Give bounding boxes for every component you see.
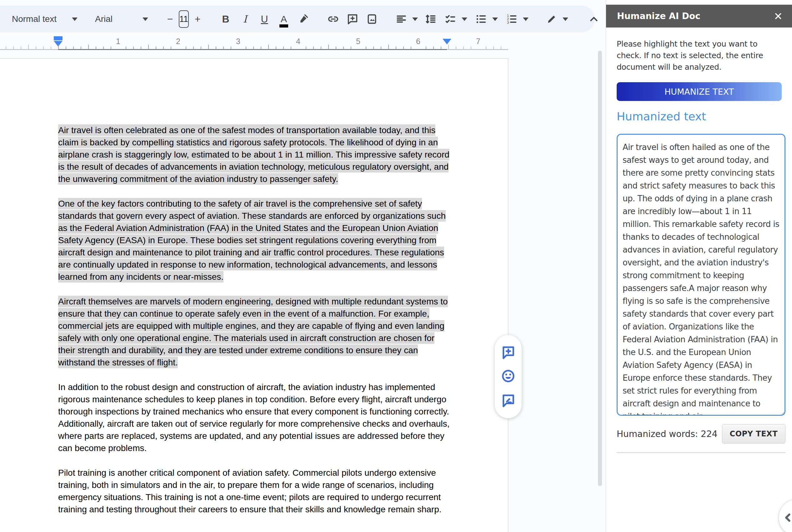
ruler-tick (163, 46, 164, 50)
format-toolbar: Normal text Arial − 11 + B I U A (0, 6, 595, 33)
emoji-reaction-button[interactable] (501, 369, 516, 384)
ruler-tick (306, 46, 306, 50)
document-text[interactable]: Air travel is often celebrated as one of… (58, 124, 450, 528)
font-dropdown[interactable]: Arial (93, 10, 151, 28)
ruler-tick (51, 46, 51, 50)
add-comment-float-button[interactable] (501, 345, 516, 360)
bold-button[interactable]: B (217, 10, 234, 28)
humanized-text-heading: Humanized text (617, 110, 706, 123)
ruler-number: 4 (295, 37, 301, 46)
ruler-tick (21, 46, 21, 50)
ruler-tick (441, 46, 441, 50)
image-icon (366, 13, 378, 25)
align-left-icon (395, 13, 407, 25)
italic-button[interactable]: I (236, 10, 254, 28)
chevron-down-icon (412, 18, 418, 21)
ruler-tick (125, 46, 126, 50)
ruler-tick (186, 46, 186, 50)
chevron-down-icon (462, 18, 467, 21)
ruler-tick (493, 46, 494, 50)
ruler-number: 3 (235, 37, 241, 46)
ruler-baseline-left (0, 49, 58, 50)
humanize-ai-sidebar: Humanize AI Doc ✕ Please highlight the t… (606, 0, 792, 532)
chevron-left-icon (782, 511, 792, 524)
paragraph[interactable]: Pilot training is another critical compo… (58, 467, 450, 515)
paragraph-style-dropdown[interactable]: Normal text (9, 10, 80, 28)
paragraph[interactable]: Air travel is often celebrated as one of… (58, 124, 450, 185)
ruler-tick (193, 46, 194, 50)
ruler-tick (351, 46, 351, 50)
italic-icon: I (243, 13, 247, 25)
sidebar-title: Humanize AI Doc (617, 11, 700, 21)
ruler-tick (216, 46, 216, 50)
humanized-words-count: Humanized words: 224 (617, 429, 718, 439)
ruler-tick (171, 46, 171, 50)
ruler-tick (268, 45, 269, 50)
ruler-tick (486, 46, 486, 50)
plus-icon: + (195, 14, 201, 25)
first-line-indent-marker[interactable] (54, 36, 62, 40)
add-comment-button[interactable] (344, 10, 361, 28)
ruler-number: 2 (175, 37, 181, 46)
checklist-button[interactable] (441, 10, 470, 28)
ruler-tick (58, 45, 59, 50)
paragraph[interactable]: One of the key factors contributing to t… (58, 197, 450, 283)
ruler-tick (223, 46, 224, 50)
ruler-tick (426, 46, 426, 50)
text-color-button[interactable]: A (275, 10, 292, 28)
underline-button[interactable]: U (256, 10, 273, 28)
ruler-tick (96, 46, 96, 50)
humanized-text-area[interactable]: Air travel is often hailed as one of the… (617, 134, 786, 416)
ruler-tick (366, 46, 366, 50)
ruler-tick (133, 46, 134, 50)
vertical-scrollbar-thumb[interactable] (598, 51, 602, 486)
line-spacing-button[interactable] (422, 10, 440, 28)
ruler-tick (501, 46, 501, 50)
increase-font-size-button[interactable]: + (191, 10, 205, 28)
ruler-tick (343, 46, 344, 50)
chevron-up-icon (588, 13, 600, 25)
paragraph[interactable]: Aircraft themselves are marvels of moder… (58, 296, 450, 368)
decrease-font-size-button[interactable]: − (163, 10, 177, 28)
ruler-tick (403, 46, 404, 50)
ruler-number: 5 (355, 37, 361, 46)
ruler-tick (13, 46, 14, 50)
align-button[interactable] (393, 10, 420, 28)
ruler-tick (411, 46, 411, 50)
suggest-edits-button[interactable] (501, 393, 516, 408)
ruler-tick (66, 46, 66, 50)
ruler-tick (433, 46, 434, 50)
suggest-edit-icon (501, 393, 516, 407)
ruler-tick (291, 46, 291, 50)
collapse-toolbar-button[interactable] (585, 10, 603, 28)
copy-text-button[interactable]: COPY TEXT (722, 424, 786, 443)
selected-text: Aircraft themselves are marvels of moder… (58, 296, 448, 368)
chevron-down-icon (523, 18, 528, 21)
humanize-text-button[interactable]: HUMANIZE TEXT (617, 82, 782, 101)
ruler-tick (283, 46, 284, 50)
font-size-input[interactable]: 11 (179, 10, 189, 28)
ruler-tick (388, 45, 389, 50)
numbered-list-icon: 1 2 3 (505, 13, 518, 25)
ruler-tick (208, 45, 209, 50)
close-icon[interactable]: ✕ (774, 11, 783, 22)
bullet-list-button[interactable] (472, 10, 501, 28)
numbered-list-button[interactable]: 1 2 3 (503, 10, 531, 28)
ruler-tick (141, 46, 141, 50)
editing-mode-button[interactable] (541, 10, 573, 28)
comment-add-icon (501, 345, 516, 359)
sidebar-header: Humanize AI Doc ✕ (606, 5, 792, 27)
ruler-tick (88, 45, 89, 50)
paragraph[interactable]: In addition to the robust design and con… (58, 381, 450, 454)
document-page[interactable]: Air travel is often celebrated as one of… (0, 58, 508, 532)
ruler-tick (463, 46, 464, 50)
right-indent-marker[interactable] (443, 39, 451, 44)
ruler-tick (471, 46, 471, 50)
underline-icon: U (261, 14, 268, 25)
highlight-color-button[interactable] (294, 10, 312, 28)
ruler-tick (261, 46, 261, 50)
pen-icon (546, 13, 558, 25)
insert-image-button[interactable] (363, 10, 381, 28)
insert-link-button[interactable] (324, 10, 342, 28)
bullet-list-icon (475, 13, 487, 25)
